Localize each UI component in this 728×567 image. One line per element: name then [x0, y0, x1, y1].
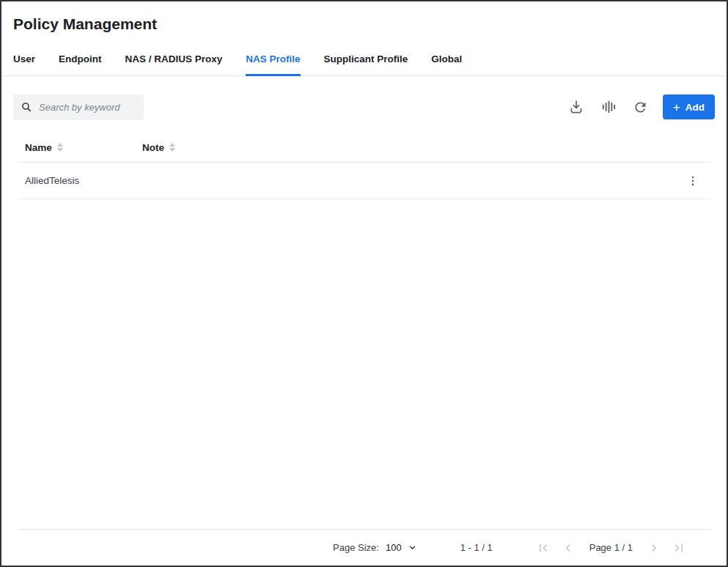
- chevron-left-icon: [561, 541, 576, 555]
- tab-bar: User Endpoint NAS / RADIUS Proxy NAS Pro…: [1, 43, 727, 76]
- last-page-icon: [672, 541, 686, 555]
- page-size-value: 100: [386, 542, 402, 553]
- row-name-cell: AlliedTelesis: [25, 175, 142, 186]
- next-page-button[interactable]: [645, 539, 663, 557]
- policy-management-page: Policy Management User Endpoint NAS / RA…: [0, 0, 728, 567]
- add-button-label: Add: [685, 102, 705, 113]
- tab-nas-radius-proxy[interactable]: NAS / RADIUS Proxy: [125, 43, 223, 75]
- pagination-footer: Page Size: 100 1 - 1 / 1 Page 1 / 1: [18, 529, 710, 566]
- chevron-down-icon: [407, 542, 418, 553]
- tab-endpoint[interactable]: Endpoint: [59, 43, 101, 75]
- chevron-right-icon: [647, 541, 661, 555]
- search-icon: [21, 101, 32, 113]
- toolbar: + Add: [1, 76, 727, 120]
- plus-icon: +: [673, 101, 680, 114]
- refresh-button[interactable]: [628, 94, 654, 120]
- empty-area: [1, 199, 727, 529]
- table-header-row: Name Note: [18, 133, 710, 163]
- tab-global[interactable]: Global: [431, 43, 462, 75]
- column-settings-button[interactable]: [595, 94, 622, 120]
- first-page-icon: [536, 541, 551, 555]
- nas-profile-table: Name Note AlliedTelesis: [18, 133, 710, 199]
- page-size-select[interactable]: 100: [386, 542, 418, 553]
- column-header-name-label: Name: [25, 142, 52, 153]
- tab-nas-profile[interactable]: NAS Profile: [246, 43, 300, 75]
- kebab-menu-icon: [686, 174, 699, 188]
- first-page-button[interactable]: [534, 539, 552, 557]
- table-row: AlliedTelesis: [18, 163, 710, 199]
- download-icon: [568, 99, 584, 115]
- page-indicator: Page 1 / 1: [589, 542, 633, 553]
- column-settings-icon: [600, 99, 617, 115]
- column-header-note[interactable]: Note: [142, 142, 703, 153]
- page-header: Policy Management: [1, 1, 727, 34]
- column-header-name[interactable]: Name: [25, 142, 142, 153]
- row-range-text: 1 - 1 / 1: [460, 542, 493, 553]
- add-button[interactable]: + Add: [663, 94, 715, 119]
- toolbar-actions: + Add: [557, 94, 715, 120]
- download-button[interactable]: [563, 94, 589, 120]
- page-size-group: Page Size: 100: [333, 542, 418, 553]
- tab-supplicant-profile[interactable]: Supplicant Profile: [324, 43, 408, 75]
- search-box[interactable]: [13, 94, 144, 120]
- search-input[interactable]: [37, 101, 136, 114]
- sort-icon[interactable]: [169, 143, 175, 152]
- last-page-button[interactable]: [670, 539, 688, 557]
- pagination-controls: Page 1 / 1: [531, 539, 691, 557]
- row-actions-menu-button[interactable]: [683, 171, 703, 191]
- column-header-note-label: Note: [142, 142, 164, 153]
- sort-icon[interactable]: [57, 143, 63, 152]
- page-title: Policy Management: [13, 14, 715, 34]
- page-size-label: Page Size:: [333, 542, 379, 553]
- tab-user[interactable]: User: [13, 43, 35, 75]
- previous-page-button[interactable]: [559, 539, 577, 557]
- refresh-icon: [633, 100, 648, 115]
